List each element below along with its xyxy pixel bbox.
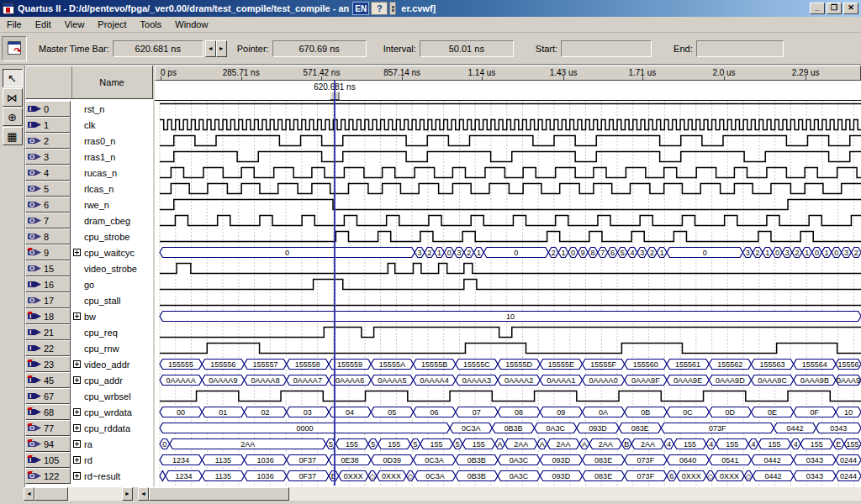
signal-name-cell[interactable]: go [71, 276, 153, 292]
signal-number-badge[interactable]: O6 [25, 197, 71, 213]
signal-number-badge[interactable]: O9 [25, 244, 71, 260]
signal-name-cell[interactable]: bw [71, 308, 153, 324]
signal-name-cell[interactable]: ra [71, 436, 153, 452]
expand-plus-icon[interactable] [73, 472, 81, 480]
full-screen-tool[interactable]: ▦ [3, 127, 23, 145]
signal-number-badge[interactable]: I21 [25, 324, 71, 340]
minimize-button[interactable]: _ [810, 3, 825, 14]
expand-plus-icon[interactable] [73, 456, 81, 464]
signal-name-cell[interactable]: video_strobe [71, 260, 153, 276]
signal-row-ra[interactable]: O94ra [25, 436, 153, 452]
names-hscrollbar[interactable]: ◄ ► [24, 487, 133, 501]
signal-row-rras1_n[interactable]: O3rras1_n [25, 149, 153, 165]
signal-name-cell[interactable]: cpu_wrbsel [71, 388, 153, 404]
signal-name-cell[interactable]: rwe_n [71, 197, 153, 213]
signal-number-badge[interactable]: I105 [25, 452, 71, 468]
select-tool[interactable]: ↖ [3, 69, 23, 87]
spin-left-icon[interactable]: ◄ [205, 40, 216, 57]
end-field[interactable] [696, 40, 784, 57]
signal-row-rd~result[interactable]: O122rd~result [25, 468, 153, 484]
signal-name-cell[interactable]: cpu_stall [71, 292, 153, 308]
language-help-icon[interactable]: ? [371, 2, 388, 15]
signal-number-badge[interactable]: I45 [25, 372, 71, 388]
app-icon[interactable] [3, 3, 14, 14]
signal-row-rd[interactable]: I105rd [25, 452, 153, 468]
expand-plus-icon[interactable] [73, 312, 81, 320]
scroll-left-icon[interactable]: ◄ [138, 487, 149, 501]
signal-number-badge[interactable]: O8 [25, 228, 71, 244]
signal-name-cell[interactable]: cpu_waitcyc [71, 244, 153, 260]
signal-row-go[interactable]: I16go [25, 276, 153, 292]
signal-number-badge[interactable]: O2 [25, 133, 71, 149]
signal-name-cell[interactable]: clk [71, 117, 153, 133]
restore-button[interactable]: ❐ [827, 3, 842, 14]
menu-item-window[interactable]: Window [168, 18, 214, 31]
spin-right-icon[interactable]: ► [216, 40, 227, 57]
signal-name-cell[interactable]: video_addr [71, 356, 153, 372]
signal-name-cell[interactable]: rlcas_n [71, 181, 153, 197]
signal-number-badge[interactable]: O94 [25, 436, 71, 452]
signal-number-badge[interactable]: O5 [25, 181, 71, 197]
signal-row-clk[interactable]: I1clk [25, 117, 153, 133]
signal-row-cpu_waitcyc[interactable]: O9cpu_waitcyc [25, 244, 153, 260]
scroll-right-icon[interactable]: ► [122, 487, 133, 501]
signal-row-cpu_rddata[interactable]: O77cpu_rddata [25, 420, 153, 436]
signal-number-badge[interactable]: I16 [25, 276, 71, 292]
signal-row-bw[interactable]: I18bw [25, 308, 153, 324]
signal-number-badge[interactable]: I1 [25, 117, 71, 133]
waveform-edit-tool[interactable]: ⋈ [3, 88, 23, 107]
menu-item-edit[interactable]: Edit [29, 18, 58, 31]
master-time-cursor[interactable] [334, 81, 335, 486]
start-field[interactable] [561, 40, 652, 57]
signal-row-cpu_addr[interactable]: I45cpu_addr [25, 372, 153, 388]
signal-row-cpu_req[interactable]: I21cpu_req [25, 324, 153, 340]
menu-item-tools[interactable]: Tools [134, 18, 169, 31]
menu-item-view[interactable]: View [58, 18, 92, 31]
signal-row-video_strobe[interactable]: O15video_strobe [25, 260, 153, 276]
time-ruler[interactable]: 0 ps285.71 ns571.42 ns857.14 ns1.14 us1.… [155, 66, 861, 81]
signal-name-cell[interactable]: rd [71, 452, 153, 468]
signal-number-badge[interactable]: O3 [25, 149, 71, 165]
menu-item-project[interactable]: Project [91, 18, 133, 31]
signal-number-badge[interactable]: O15 [25, 260, 71, 276]
signal-row-cpu_wrbsel[interactable]: I67cpu_wrbsel [25, 388, 153, 404]
signal-number-badge[interactable]: I23 [25, 356, 71, 372]
zoom-tool[interactable]: ⊕ [3, 108, 23, 126]
signal-name-cell[interactable]: dram_cbeg [71, 213, 153, 228]
signal-row-rucas_n[interactable]: O4rucas_n [25, 165, 153, 181]
signal-name-cell[interactable]: rucas_n [71, 165, 153, 181]
language-options-icon[interactable] [389, 2, 396, 15]
signal-name-cell[interactable]: cpu_wrdata [71, 404, 153, 420]
signal-name-cell[interactable]: cpu_addr [71, 372, 153, 388]
signal-number-badge[interactable]: I18 [25, 308, 71, 324]
scroll-left-icon[interactable]: ◄ [24, 487, 34, 501]
expand-plus-icon[interactable] [73, 360, 81, 368]
signal-number-badge[interactable]: O122 [25, 468, 71, 484]
menu-item-file[interactable]: File [0, 18, 29, 31]
signal-row-rst_n[interactable]: I0rst_n [25, 101, 153, 117]
signal-name-cell[interactable]: rras1_n [71, 149, 153, 165]
signal-name-cell[interactable]: cpu_req [71, 324, 153, 340]
wave-hscrollbar[interactable]: ◄ [138, 487, 861, 501]
signal-row-dram_cbeg[interactable]: O7dram_cbeg [25, 213, 153, 228]
signal-number-badge[interactable]: O7 [25, 213, 71, 228]
signal-name-cell[interactable]: rst_n [71, 101, 153, 117]
signal-row-rwe_n[interactable]: O6rwe_n [25, 197, 153, 213]
expand-plus-icon[interactable] [73, 408, 81, 416]
signal-name-cell[interactable]: cpu_rnw [71, 340, 153, 356]
signal-row-video_addr[interactable]: I23video_addr [25, 356, 153, 372]
signal-number-badge[interactable]: O17 [25, 292, 71, 308]
signal-row-cpu_stall[interactable]: O17cpu_stall [25, 292, 153, 308]
expand-plus-icon[interactable] [73, 424, 81, 432]
signal-number-badge[interactable]: I0 [25, 101, 71, 117]
scroll-thumb[interactable] [34, 487, 68, 501]
signal-name-cell[interactable]: rd~result [71, 468, 153, 484]
scroll-thumb[interactable] [149, 487, 289, 501]
signal-number-badge[interactable]: I22 [25, 340, 71, 356]
expand-plus-icon[interactable] [73, 440, 81, 448]
signal-number-badge[interactable]: O4 [25, 165, 71, 181]
language-badge[interactable]: EN [352, 2, 369, 15]
signal-name-cell[interactable]: cpu_strobe [71, 228, 153, 244]
signal-name-cell[interactable]: cpu_rddata [71, 420, 153, 436]
expand-plus-icon[interactable] [73, 249, 81, 256]
